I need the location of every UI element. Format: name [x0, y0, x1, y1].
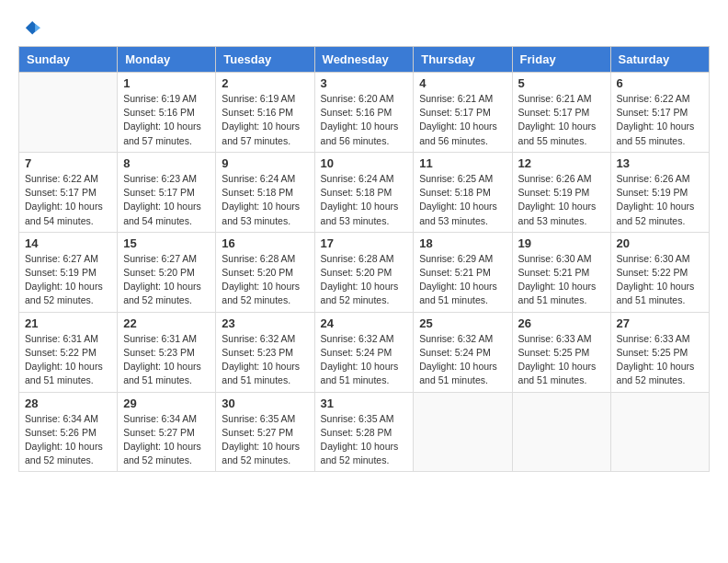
- calendar-table: SundayMondayTuesdayWednesdayThursdayFrid…: [18, 46, 710, 472]
- day-info: Sunrise: 6:32 AM Sunset: 5:24 PM Dayligh…: [419, 332, 506, 388]
- calendar-cell: 28Sunrise: 6:34 AM Sunset: 5:26 PM Dayli…: [19, 392, 118, 472]
- calendar-cell: 13Sunrise: 6:26 AM Sunset: 5:19 PM Dayli…: [610, 152, 709, 232]
- day-info: Sunrise: 6:24 AM Sunset: 5:18 PM Dayligh…: [222, 172, 308, 228]
- day-info: Sunrise: 6:34 AM Sunset: 5:26 PM Dayligh…: [25, 412, 111, 468]
- calendar-cell: 4Sunrise: 6:21 AM Sunset: 5:17 PM Daylig…: [414, 73, 512, 153]
- calendar-week-4: 28Sunrise: 6:34 AM Sunset: 5:26 PM Dayli…: [19, 392, 710, 472]
- calendar-cell: 11Sunrise: 6:25 AM Sunset: 5:18 PM Dayli…: [414, 152, 512, 232]
- day-number: 11: [419, 156, 506, 170]
- calendar-cell: 2Sunrise: 6:19 AM Sunset: 5:16 PM Daylig…: [216, 73, 314, 153]
- calendar-cell: 15Sunrise: 6:27 AM Sunset: 5:20 PM Dayli…: [118, 232, 216, 312]
- day-info: Sunrise: 6:28 AM Sunset: 5:20 PM Dayligh…: [321, 252, 408, 308]
- day-info: Sunrise: 6:26 AM Sunset: 5:19 PM Dayligh…: [617, 172, 703, 228]
- calendar-header-sunday: Sunday: [19, 47, 118, 73]
- day-number: 9: [222, 156, 308, 170]
- calendar-header-monday: Monday: [118, 47, 216, 73]
- day-number: 27: [617, 316, 703, 330]
- calendar-cell: 10Sunrise: 6:24 AM Sunset: 5:18 PM Dayli…: [314, 152, 414, 232]
- day-info: Sunrise: 6:29 AM Sunset: 5:21 PM Dayligh…: [419, 252, 506, 308]
- day-number: 25: [419, 316, 506, 330]
- day-number: 22: [123, 316, 210, 330]
- calendar-cell: [414, 392, 512, 472]
- day-info: Sunrise: 6:33 AM Sunset: 5:25 PM Dayligh…: [617, 332, 703, 388]
- day-info: Sunrise: 6:30 AM Sunset: 5:21 PM Dayligh…: [518, 252, 605, 308]
- calendar-cell: 12Sunrise: 6:26 AM Sunset: 5:19 PM Dayli…: [512, 152, 610, 232]
- day-info: Sunrise: 6:27 AM Sunset: 5:19 PM Dayligh…: [25, 252, 111, 308]
- day-number: 14: [25, 236, 111, 250]
- day-info: Sunrise: 6:33 AM Sunset: 5:25 PM Dayligh…: [518, 332, 605, 388]
- day-info: Sunrise: 6:32 AM Sunset: 5:23 PM Dayligh…: [222, 332, 308, 388]
- day-number: 12: [518, 156, 605, 170]
- calendar-cell: 7Sunrise: 6:22 AM Sunset: 5:17 PM Daylig…: [19, 152, 118, 232]
- calendar-week-3: 21Sunrise: 6:31 AM Sunset: 5:22 PM Dayli…: [19, 312, 710, 392]
- calendar-cell: 30Sunrise: 6:35 AM Sunset: 5:27 PM Dayli…: [216, 392, 314, 472]
- calendar-cell: [19, 73, 118, 153]
- day-number: 7: [25, 156, 111, 170]
- calendar-cell: 5Sunrise: 6:21 AM Sunset: 5:17 PM Daylig…: [512, 73, 610, 153]
- day-info: Sunrise: 6:32 AM Sunset: 5:24 PM Dayligh…: [321, 332, 408, 388]
- day-number: 23: [222, 316, 308, 330]
- calendar-cell: 14Sunrise: 6:27 AM Sunset: 5:19 PM Dayli…: [19, 232, 118, 312]
- day-number: 13: [617, 156, 703, 170]
- day-info: Sunrise: 6:23 AM Sunset: 5:17 PM Dayligh…: [123, 172, 210, 228]
- header-row: SundayMondayTuesdayWednesdayThursdayFrid…: [19, 47, 710, 73]
- calendar-cell: [610, 392, 709, 472]
- day-number: 2: [222, 76, 308, 90]
- day-info: Sunrise: 6:20 AM Sunset: 5:16 PM Dayligh…: [321, 92, 408, 148]
- day-number: 30: [222, 396, 308, 410]
- day-number: 17: [321, 236, 408, 250]
- day-info: Sunrise: 6:31 AM Sunset: 5:23 PM Dayligh…: [123, 332, 210, 388]
- page-container: SundayMondayTuesdayWednesdayThursdayFrid…: [18, 18, 710, 472]
- calendar-week-0: 1Sunrise: 6:19 AM Sunset: 5:16 PM Daylig…: [19, 73, 710, 153]
- calendar-week-1: 7Sunrise: 6:22 AM Sunset: 5:17 PM Daylig…: [19, 152, 710, 232]
- day-number: 19: [518, 236, 605, 250]
- calendar-cell: 23Sunrise: 6:32 AM Sunset: 5:23 PM Dayli…: [216, 312, 314, 392]
- calendar-week-2: 14Sunrise: 6:27 AM Sunset: 5:19 PM Dayli…: [19, 232, 710, 312]
- day-number: 5: [518, 76, 605, 90]
- calendar-cell: 6Sunrise: 6:22 AM Sunset: 5:17 PM Daylig…: [610, 73, 709, 153]
- day-info: Sunrise: 6:21 AM Sunset: 5:17 PM Dayligh…: [419, 92, 506, 148]
- calendar-header-friday: Friday: [512, 47, 610, 73]
- logo: [18, 18, 40, 39]
- day-number: 3: [321, 76, 408, 90]
- calendar-cell: 20Sunrise: 6:30 AM Sunset: 5:22 PM Dayli…: [610, 232, 709, 312]
- day-number: 1: [123, 76, 210, 90]
- calendar-cell: 22Sunrise: 6:31 AM Sunset: 5:23 PM Dayli…: [118, 312, 216, 392]
- day-number: 10: [321, 156, 408, 170]
- calendar-cell: 8Sunrise: 6:23 AM Sunset: 5:17 PM Daylig…: [118, 152, 216, 232]
- calendar-cell: 31Sunrise: 6:35 AM Sunset: 5:28 PM Dayli…: [314, 392, 414, 472]
- day-number: 21: [25, 316, 111, 330]
- calendar-cell: 21Sunrise: 6:31 AM Sunset: 5:22 PM Dayli…: [19, 312, 118, 392]
- calendar-cell: 18Sunrise: 6:29 AM Sunset: 5:21 PM Dayli…: [414, 232, 512, 312]
- day-number: 20: [617, 236, 703, 250]
- calendar-cell: 17Sunrise: 6:28 AM Sunset: 5:20 PM Dayli…: [314, 232, 414, 312]
- svg-marker-1: [35, 24, 40, 32]
- day-info: Sunrise: 6:30 AM Sunset: 5:22 PM Dayligh…: [617, 252, 703, 308]
- calendar-cell: 16Sunrise: 6:28 AM Sunset: 5:20 PM Dayli…: [216, 232, 314, 312]
- day-number: 16: [222, 236, 308, 250]
- day-number: 8: [123, 156, 210, 170]
- day-info: Sunrise: 6:25 AM Sunset: 5:18 PM Dayligh…: [419, 172, 506, 228]
- day-info: Sunrise: 6:19 AM Sunset: 5:16 PM Dayligh…: [123, 92, 210, 148]
- day-number: 29: [123, 396, 210, 410]
- calendar-cell: 26Sunrise: 6:33 AM Sunset: 5:25 PM Dayli…: [512, 312, 610, 392]
- day-info: Sunrise: 6:31 AM Sunset: 5:22 PM Dayligh…: [25, 332, 111, 388]
- calendar-header-wednesday: Wednesday: [314, 47, 414, 73]
- day-info: Sunrise: 6:19 AM Sunset: 5:16 PM Dayligh…: [222, 92, 308, 148]
- day-info: Sunrise: 6:22 AM Sunset: 5:17 PM Dayligh…: [25, 172, 111, 228]
- day-info: Sunrise: 6:24 AM Sunset: 5:18 PM Dayligh…: [321, 172, 408, 228]
- day-info: Sunrise: 6:35 AM Sunset: 5:27 PM Dayligh…: [222, 412, 308, 468]
- day-number: 24: [321, 316, 408, 330]
- logo-icon: [20, 18, 40, 39]
- day-info: Sunrise: 6:28 AM Sunset: 5:20 PM Dayligh…: [222, 252, 308, 308]
- day-number: 15: [123, 236, 210, 250]
- calendar-header-thursday: Thursday: [414, 47, 512, 73]
- day-info: Sunrise: 6:35 AM Sunset: 5:28 PM Dayligh…: [321, 412, 408, 468]
- day-number: 6: [617, 76, 703, 90]
- calendar-header-saturday: Saturday: [610, 47, 709, 73]
- day-number: 4: [419, 76, 506, 90]
- calendar-header-tuesday: Tuesday: [216, 47, 314, 73]
- day-number: 18: [419, 236, 506, 250]
- day-number: 28: [25, 396, 111, 410]
- day-info: Sunrise: 6:27 AM Sunset: 5:20 PM Dayligh…: [123, 252, 210, 308]
